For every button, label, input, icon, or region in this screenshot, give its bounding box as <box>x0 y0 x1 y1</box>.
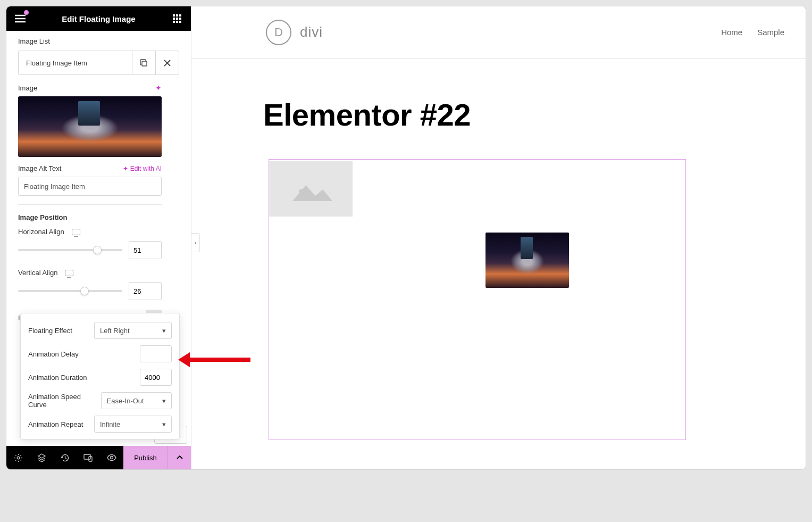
chevron-down-icon: ▾ <box>162 327 166 335</box>
animation-curve-label: Animation Speed Curve <box>28 393 101 409</box>
svg-rect-12 <box>142 61 147 66</box>
svg-rect-6 <box>173 18 175 20</box>
image-preview[interactable] <box>18 96 162 157</box>
annotation-arrow <box>187 358 250 362</box>
item-name: Floating Image Item <box>19 51 132 74</box>
h-align-value[interactable] <box>129 241 162 259</box>
v-align-slider[interactable] <box>18 290 122 292</box>
svg-rect-5 <box>179 14 181 16</box>
publish-options-button[interactable] <box>168 446 191 469</box>
logo-icon: D <box>266 20 291 45</box>
duplicate-button[interactable] <box>132 51 155 74</box>
animation-curve-select[interactable]: Ease-In-Out ▾ <box>101 392 172 409</box>
publish-button[interactable]: Publish <box>123 446 168 469</box>
svg-rect-11 <box>179 21 181 23</box>
animation-duration-label: Animation Duration <box>28 374 87 382</box>
svg-rect-9 <box>173 21 175 23</box>
nav-link-home[interactable]: Home <box>721 28 742 37</box>
edit-with-ai-link[interactable]: ✦Edit with AI <box>123 165 162 172</box>
nav-links: Home Sample <box>721 28 784 37</box>
floating-image-item-row[interactable]: Floating Image Item <box>18 51 179 75</box>
history-icon[interactable] <box>53 446 77 469</box>
v-align-label: Vertical Align <box>18 269 57 277</box>
app-frame: Edit Floating Image Image List Floating … <box>6 6 806 469</box>
logo-text: divi <box>300 24 323 40</box>
animation-delay-input[interactable] <box>140 345 172 362</box>
animation-repeat-select[interactable]: Infinite ▾ <box>94 416 172 433</box>
sidebar-title: Edit Floating Image <box>28 14 170 23</box>
settings-icon[interactable] <box>6 446 30 469</box>
canvas: ‹ D divi Home Sample Elementor #22 <box>191 6 806 469</box>
remove-button[interactable] <box>155 51 179 74</box>
site-top-bar: D divi Home Sample <box>191 6 806 59</box>
animation-delay-label: Animation Delay <box>28 350 79 358</box>
floating-image-preview <box>485 233 569 288</box>
divider <box>18 204 162 205</box>
animation-repeat-label: Animation Repeat <box>28 420 83 428</box>
alt-text-label: Image Alt Text <box>18 164 61 172</box>
h-align-slider[interactable] <box>18 249 122 251</box>
ai-sparkle-icon[interactable]: ✦ <box>155 84 162 92</box>
desktop-icon[interactable] <box>65 270 73 276</box>
responsive-icon[interactable] <box>77 446 100 469</box>
placeholder-image <box>269 161 353 217</box>
floating-image-widget[interactable] <box>269 159 686 440</box>
notification-dot-icon <box>24 10 29 15</box>
chevron-down-icon: ▾ <box>162 420 166 428</box>
alt-text-input[interactable] <box>18 177 162 196</box>
animation-popover: Floating Effect Left Right ▾ Animation D… <box>20 313 180 440</box>
svg-rect-4 <box>176 14 178 16</box>
h-align-label: Horizonal Align <box>18 228 64 236</box>
sidebar-footer: Publish <box>6 446 191 469</box>
image-position-label: Image Position <box>18 213 179 221</box>
floating-effect-label: Floating Effect <box>28 327 72 335</box>
svg-rect-10 <box>176 21 178 23</box>
image-field-label: Image <box>18 84 37 92</box>
svg-rect-7 <box>176 18 178 20</box>
preview-icon[interactable] <box>100 446 123 469</box>
animation-duration-input[interactable] <box>140 369 172 386</box>
ai-sparkle-icon: ✦ <box>123 165 128 172</box>
desktop-icon[interactable] <box>72 229 80 235</box>
nav-link-sample[interactable]: Sample <box>757 28 784 37</box>
v-align-value[interactable] <box>129 282 162 300</box>
sidebar-header: Edit Floating Image <box>6 6 191 31</box>
svg-rect-8 <box>179 18 181 20</box>
navigator-icon[interactable] <box>30 446 53 469</box>
page-heading: Elementor #22 <box>263 97 806 132</box>
svg-point-18 <box>111 457 113 459</box>
floating-effect-select[interactable]: Left Right ▾ <box>94 322 172 339</box>
menu-icon[interactable] <box>13 11 28 26</box>
svg-rect-3 <box>173 14 175 16</box>
image-list-label: Image List <box>18 37 179 45</box>
collapse-sidebar-button[interactable]: ‹ <box>191 233 200 252</box>
apps-grid-icon[interactable] <box>170 11 185 26</box>
editor-sidebar: Edit Floating Image Image List Floating … <box>6 6 191 469</box>
chevron-down-icon: ▾ <box>162 397 166 405</box>
svg-point-15 <box>17 457 20 459</box>
